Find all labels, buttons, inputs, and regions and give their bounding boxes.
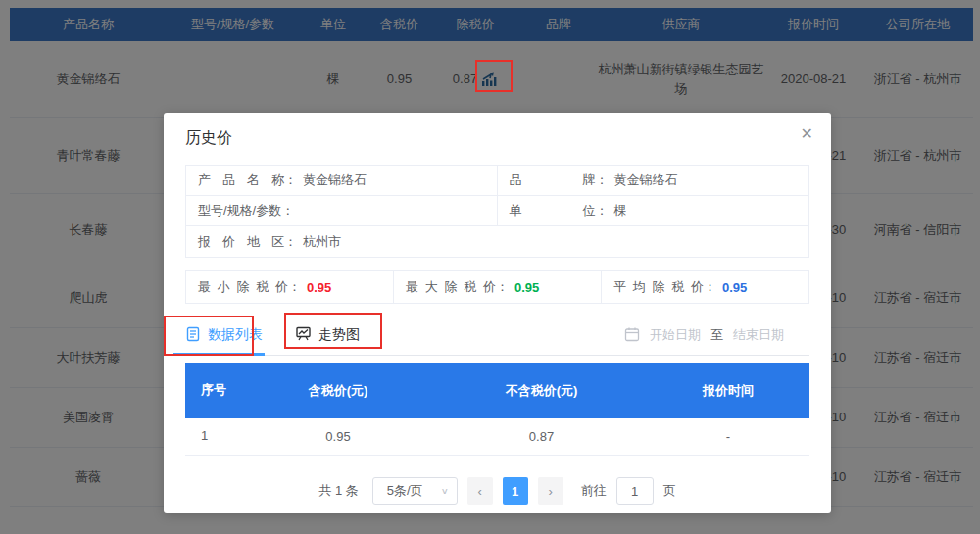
unit-value: 棵 bbox=[614, 202, 627, 219]
brand-label: 品牌 bbox=[510, 171, 596, 189]
next-page-button[interactable]: › bbox=[538, 477, 564, 505]
page-size-select[interactable]: 5条/页 ∨ bbox=[372, 477, 458, 505]
annotation-box-trend-icon bbox=[475, 60, 513, 92]
chevron-down-icon: ∨ bbox=[441, 486, 449, 496]
product-info-table: 产品名称： 黄金锦络石 品牌： 黄金锦络石 型号/规格/参数： 单位： 棵 报价… bbox=[185, 165, 809, 258]
close-icon[interactable]: ✕ bbox=[801, 126, 813, 142]
min-price-stat: 最小除税价： 0.95 bbox=[185, 270, 394, 304]
goto-label: 前往 bbox=[581, 482, 607, 500]
header-index: 序号 bbox=[185, 380, 240, 401]
history-price-dialog: 历史价 ✕ 产品名称： 黄金锦络石 品牌： 黄金锦络石 型号/规格/参数： 单位… bbox=[164, 113, 831, 513]
max-price-stat: 最大除税价： 0.95 bbox=[394, 270, 602, 304]
header-notax-price: 不含税价(元) bbox=[436, 382, 647, 400]
unit-label: 单位 bbox=[510, 202, 596, 219]
brand-value: 黄金锦络石 bbox=[614, 171, 678, 189]
history-price-table: 序号 含税价(元) 不含税价(元) 报价时间 1 0.95 0.87 - bbox=[185, 363, 809, 456]
quote-region-value: 杭州市 bbox=[303, 233, 341, 251]
product-name-label: 产品名称 bbox=[198, 171, 284, 189]
price-stats-row: 最小除税价： 0.95 最大除税价： 0.95 平均除税价： 0.95 bbox=[185, 270, 809, 304]
date-range-picker: 开始日期 至 结束日期 bbox=[624, 326, 809, 345]
calendar-icon bbox=[624, 326, 640, 345]
header-quote-time: 报价时间 bbox=[647, 382, 809, 400]
header-tax-price: 含税价(元) bbox=[240, 382, 436, 400]
avg-price-stat: 平均除税价： 0.95 bbox=[602, 270, 809, 304]
prev-page-button[interactable]: ‹ bbox=[467, 477, 493, 505]
model-spec-label: 型号/规格/参数 bbox=[198, 202, 281, 219]
min-price-value: 0.95 bbox=[307, 280, 331, 295]
tabs-bar: 数据列表 走势图 开始日期 至 结束日期 bbox=[185, 316, 809, 356]
annotation-box-data-list-tab bbox=[164, 316, 254, 356]
goto-page-input[interactable] bbox=[616, 477, 654, 505]
history-table-row: 1 0.95 0.87 - bbox=[185, 418, 809, 456]
max-price-value: 0.95 bbox=[514, 280, 539, 295]
page-suffix-label: 页 bbox=[663, 482, 676, 500]
current-page-button[interactable]: 1 bbox=[503, 477, 528, 505]
total-count-label: 共 1 条 bbox=[318, 482, 358, 500]
date-range-to-label: 至 bbox=[710, 326, 723, 344]
dialog-title: 历史价 bbox=[164, 113, 831, 165]
avg-price-value: 0.95 bbox=[722, 280, 747, 295]
quote-region-label: 报价地区 bbox=[198, 233, 284, 251]
pagination: 共 1 条 5条/页 ∨ ‹ 1 › 前往 页 bbox=[164, 477, 831, 505]
annotation-box-trend-tab bbox=[284, 313, 382, 349]
end-date-input[interactable]: 结束日期 bbox=[733, 326, 784, 344]
start-date-input[interactable]: 开始日期 bbox=[650, 326, 701, 344]
product-name-value: 黄金锦络石 bbox=[303, 171, 367, 189]
history-table-header: 序号 含税价(元) 不含税价(元) 报价时间 bbox=[185, 363, 809, 418]
